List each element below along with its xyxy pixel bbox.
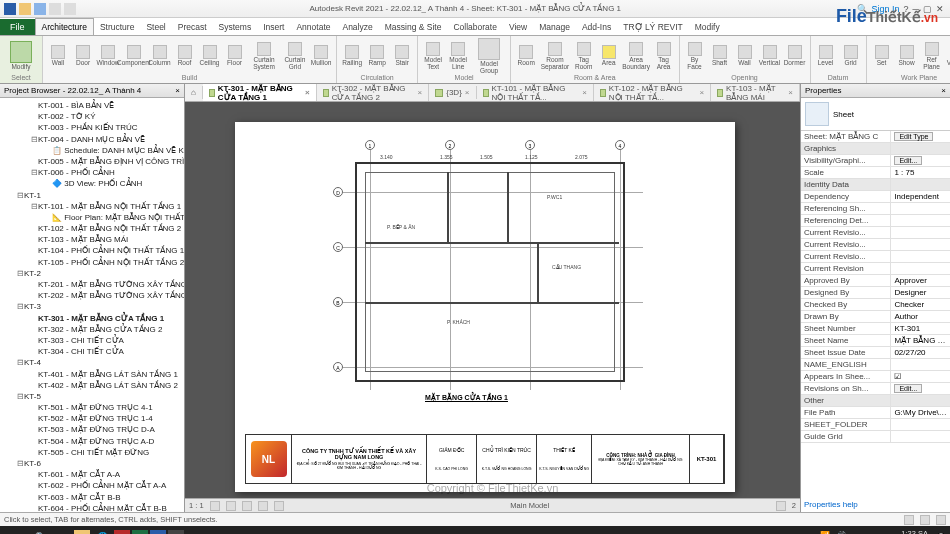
clock[interactable]: 1:33 SA 12/03/2022 xyxy=(886,530,932,535)
tree-node[interactable]: ⊟KT-2 xyxy=(2,268,182,279)
ribbon-model-line-button[interactable]: Model Line xyxy=(447,42,469,70)
props-row[interactable]: Appears In Shee...☑ xyxy=(801,371,950,383)
ribbon-set-button[interactable]: Set xyxy=(871,45,893,67)
ribbon-ref-plane-button[interactable]: Ref Plane xyxy=(921,42,943,70)
props-row[interactable]: Checked ByChecker xyxy=(801,299,950,311)
tree-node[interactable]: ⊟KT-4 xyxy=(2,357,182,368)
tree-node[interactable]: KT-003 - PHẦN KIẾN TRÚC xyxy=(2,122,182,133)
props-row[interactable]: Sheet Issue Date02/27/20 xyxy=(801,347,950,359)
ribbon-model-text-button[interactable]: Model Text xyxy=(422,42,444,70)
revit-icon[interactable] xyxy=(150,530,166,534)
tree-node[interactable]: KT-001 - BÌA BẢN VẼ xyxy=(2,100,182,111)
tree-node[interactable]: ⊟KT-1 xyxy=(2,190,182,201)
ribbon-tab-manage[interactable]: Manage xyxy=(533,19,576,35)
view-tab[interactable]: KT-103 - MẶT BẰNG MÁI× xyxy=(711,84,800,102)
ribbon-tab-steel[interactable]: Steel xyxy=(140,19,171,35)
edit-button[interactable]: Edit... xyxy=(894,384,922,393)
undo-icon[interactable] xyxy=(49,3,61,15)
props-close-icon[interactable]: × xyxy=(941,86,946,95)
edit-type-button[interactable]: Edit Type xyxy=(894,132,933,141)
ribbon-tab-collaborate[interactable]: Collaborate xyxy=(447,19,502,35)
ribbon-tag-area-button[interactable]: Tag Area xyxy=(653,42,675,70)
tab-close-icon[interactable]: × xyxy=(305,88,310,97)
ribbon-by-face-button[interactable]: By Face xyxy=(684,42,706,70)
explorer-icon[interactable] xyxy=(74,530,90,534)
tree-node[interactable]: 🔷 3D View: PHỐI CẢNH xyxy=(2,178,182,189)
ribbon-tab-tr-l-revit[interactable]: TRỢ LÝ REVIT xyxy=(617,19,688,35)
ribbon-tab-add-ins[interactable]: Add-Ins xyxy=(576,19,617,35)
ribbon-column-button[interactable]: Column xyxy=(149,45,171,67)
tree-node[interactable]: KT-201 - MẶT BẰNG TƯỜNG XÂY TẦNG 1 xyxy=(2,279,182,290)
ribbon-room-button[interactable]: Room xyxy=(515,45,537,67)
ribbon-viewer-button[interactable]: Viewer xyxy=(946,45,950,67)
edit-button[interactable]: Edit... xyxy=(894,156,922,165)
props-row[interactable]: Sheet NumberKT-301 xyxy=(801,323,950,335)
ribbon-tab-structure[interactable]: Structure xyxy=(94,19,141,35)
ribbon-room-separator-button[interactable]: Room Separator xyxy=(540,42,570,70)
tree-node[interactable]: KT-104 - PHỐI CẢNH NỘI THẤT TẦNG 1 xyxy=(2,245,182,256)
ribbon-ramp-button[interactable]: Ramp xyxy=(366,45,388,67)
ribbon-area-button[interactable]: Area xyxy=(598,45,620,67)
ribbon-tab-analyze[interactable]: Analyze xyxy=(336,19,378,35)
search-taskbar-icon[interactable]: 🔍 xyxy=(30,528,50,534)
open-icon[interactable] xyxy=(19,3,31,15)
props-row[interactable]: Current Revisio... xyxy=(801,227,950,239)
view-tab[interactable]: KT-101 - MẶT BẰNG NỘI THẤT TẦ...× xyxy=(477,84,594,102)
ribbon-dormer-button[interactable]: Dormer xyxy=(784,45,806,67)
worksets-display[interactable]: Main Model xyxy=(510,501,549,510)
tree-node[interactable]: KT-002 - TỜ KÝ xyxy=(2,111,182,122)
props-row[interactable]: Current Revisio... xyxy=(801,251,950,263)
props-row[interactable]: Referencing Det... xyxy=(801,215,950,227)
ribbon-tab-modify[interactable]: Modify xyxy=(689,19,726,35)
ribbon-door-button[interactable]: Door xyxy=(72,45,94,67)
tree-node[interactable]: KT-202 - MẶT BẰNG TƯỜNG XÂY TẦNG 2 xyxy=(2,290,182,301)
tree-node[interactable]: KT-601 - MẶT CẮT A-A xyxy=(2,469,182,480)
props-row[interactable]: Referencing Sh... xyxy=(801,203,950,215)
drawing-canvas[interactable]: 1 2 3 4 D C B A xyxy=(185,102,800,498)
excel-icon[interactable] xyxy=(132,530,148,534)
system-tray[interactable]: 21°C Có mây ˄ ☁ 📶 🔊 ENG US 1:33 SA 12/03… xyxy=(744,530,946,535)
props-group-header[interactable]: Graphics xyxy=(801,143,890,154)
ribbon-vertical-button[interactable]: Vertical xyxy=(759,45,781,67)
props-row[interactable]: Scale1 : 75 xyxy=(801,167,950,179)
ribbon-tab-file[interactable]: File xyxy=(0,19,35,35)
status-icon[interactable] xyxy=(904,515,914,525)
view-tab[interactable]: KT-302 - MẶT BẰNG CỬA TẦNG 2× xyxy=(317,84,430,102)
ribbon-railing-button[interactable]: Railing xyxy=(341,45,363,67)
props-group-header[interactable]: Identity Data xyxy=(801,179,890,190)
tree-node[interactable]: KT-505 - CHI TIẾT MẶT ĐỨNG xyxy=(2,447,182,458)
props-row[interactable]: Visibility/Graphi...Edit... xyxy=(801,155,950,167)
chrome-icon[interactable]: 🌐 xyxy=(92,528,112,534)
tree-node[interactable]: KT-301 - MẶT BẰNG CỬA TẦNG 1 xyxy=(2,313,182,324)
props-row[interactable]: Approved ByApprover xyxy=(801,275,950,287)
props-instance[interactable]: Sheet: MẶT BẰNG C xyxy=(801,131,890,142)
app-icon[interactable] xyxy=(168,530,184,534)
tree-node[interactable]: KT-603 - MẶT CẮT B-B xyxy=(2,492,182,503)
ribbon-ceiling-button[interactable]: Ceiling xyxy=(199,45,221,67)
view-tab[interactable]: KT-102 - MẶT BẰNG NỘI THẤT TẦ...× xyxy=(594,84,711,102)
tree-node[interactable]: KT-401 - MẶT BẰNG LÁT SÀN TẦNG 1 xyxy=(2,369,182,380)
start-button[interactable]: ⊞ xyxy=(4,528,28,534)
view-tab[interactable]: KT-301 - MẶT BẰNG CỬA TẦNG 1× xyxy=(203,84,317,102)
shadows-icon[interactable] xyxy=(258,501,268,511)
ribbon-floor-button[interactable]: Floor xyxy=(224,45,246,67)
ribbon-tab-systems[interactable]: Systems xyxy=(213,19,258,35)
crop-icon[interactable] xyxy=(274,501,284,511)
tab-close-icon[interactable]: × xyxy=(788,88,793,97)
ribbon-wall-button[interactable]: Wall xyxy=(47,45,69,67)
status-icon[interactable] xyxy=(936,515,946,525)
ribbon-level-button[interactable]: Level xyxy=(815,45,837,67)
tree-node[interactable]: KT-005 - MẶT BẰNG ĐỊNH VỊ CÔNG TRÌNH xyxy=(2,156,182,167)
visual-style-icon[interactable] xyxy=(226,501,236,511)
props-row[interactable]: Sheet NameMẶT BẰNG CỬA... xyxy=(801,335,950,347)
props-row[interactable]: NAME_ENGLISH xyxy=(801,359,950,371)
ribbon-curtain-system-button[interactable]: Curtain System xyxy=(249,42,280,70)
tree-node[interactable]: ⊟KT-004 - DANH MỤC BẢN VẼ xyxy=(2,134,182,145)
ribbon-modify-button[interactable]: Modify xyxy=(4,41,38,71)
props-row[interactable]: Current Revisio... xyxy=(801,239,950,251)
tree-node[interactable]: KT-103 - MẶT BẰNG MÁI xyxy=(2,234,182,245)
tree-node[interactable]: KT-303 - CHI TIẾT CỬA xyxy=(2,335,182,346)
browser-close-icon[interactable]: × xyxy=(175,86,180,95)
tree-node[interactable]: KT-602 - PHỐI CẢNH MẶT CẮT A-A xyxy=(2,480,182,491)
scale-display[interactable]: 1 : 1 xyxy=(189,501,204,510)
